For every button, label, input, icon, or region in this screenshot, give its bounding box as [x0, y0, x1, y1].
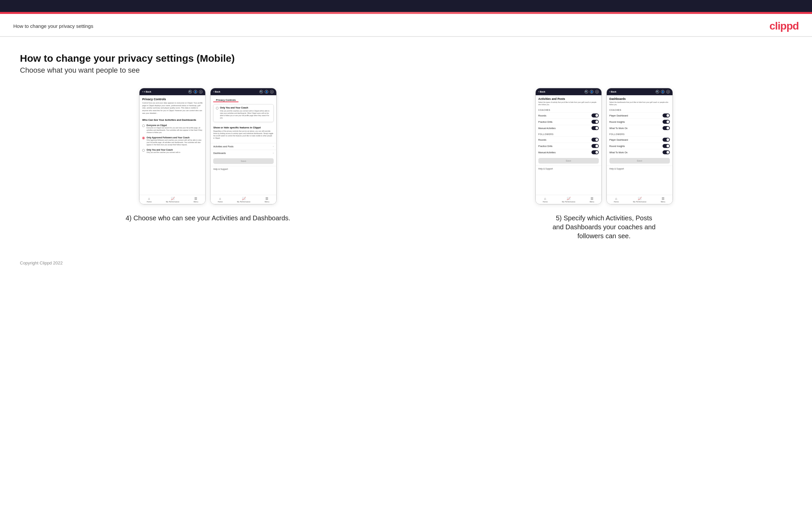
nav-performance-4[interactable]: 📈 My Performance [633, 197, 646, 203]
search-icon-4[interactable]: 🔍 [656, 90, 659, 94]
followers-row-insights-4: Round Insights [609, 143, 670, 149]
popup-radio[interactable] [216, 107, 218, 110]
mockup1-option2[interactable]: Only Approved Followers and Your Coach O… [140, 135, 205, 147]
toggle-followers-manual-3[interactable] [592, 150, 599, 154]
coaches-label-3: COACHES [538, 109, 599, 111]
nav-menu-4[interactable]: ☰ Menu [661, 197, 665, 203]
toggle-coaches-player-4[interactable] [663, 113, 670, 117]
show-hide-section: Show or hide specific features in Clippd… [211, 124, 276, 143]
followers-label-3: FOLLOWERS [538, 133, 599, 135]
search-icon[interactable]: 🔍 [188, 90, 192, 94]
mockup2-row-activities[interactable]: Activities and Posts › [211, 143, 276, 150]
people-icon-4[interactable]: 👤 [661, 90, 665, 94]
popup-desc: Only you and the coaches you connect wit… [220, 110, 271, 119]
nav-home-2[interactable]: ⌂ Home [218, 197, 223, 203]
mockup2-row-dashboards[interactable]: Dashboards › [211, 150, 276, 156]
home-icon-4: ⌂ [615, 197, 617, 201]
radio-approved[interactable] [142, 137, 145, 139]
mockup3-icons: 🔍 👤 ⚙ [585, 90, 599, 94]
mockup4-coaches: COACHES Player Dashboard Round Insights … [607, 108, 672, 132]
mockup1-pc-desc: Control how you and your data appears to… [140, 102, 205, 117]
mockup3-followers: FOLLOWERS Rounds Practice Drills Manual … [536, 132, 601, 156]
mockup3-back: ‹ Back [538, 90, 545, 93]
settings-icon-3[interactable]: ⚙ [595, 90, 599, 94]
toggle-coaches-work-4[interactable] [663, 126, 670, 130]
mockup4-back: ‹ Back [609, 90, 616, 93]
nav-home-3[interactable]: ⌂ Home [543, 197, 548, 203]
caption-4: 4) Choose who can see your Activities an… [125, 214, 290, 223]
people-icon-2[interactable]: 👤 [265, 90, 268, 94]
mockup4-help: Help & Support [607, 166, 672, 172]
mockup1-pc-title: Privacy Controls [140, 95, 205, 102]
radio-everyone[interactable] [142, 124, 145, 127]
mockup4-followers: FOLLOWERS Player Dashboard Round Insight… [607, 132, 672, 156]
popup-title: Only You and Your Coach [220, 107, 271, 109]
mockup2-save[interactable]: Save [213, 158, 274, 164]
followers-row-work-4: What To Work On [609, 149, 670, 155]
settings-icon-2[interactable]: ⚙ [270, 90, 274, 94]
mockup4-save[interactable]: Save [609, 158, 670, 164]
mockup3-nav: ⌂ Home 📈 My Performance ☰ Menu [536, 195, 601, 204]
footer: Copyright Clippd 2022 [0, 254, 812, 272]
coaches-row-insights-4: Round Insights [609, 118, 670, 125]
mockup1-icons: 🔍 👤 ⚙ [188, 90, 203, 94]
mockup-3: ‹ Back 🔍 👤 ⚙ Activities and Posts Select… [536, 88, 602, 205]
page-header: How to change your privacy settings clip… [0, 14, 812, 37]
mockup2-topbar: ‹ Back 🔍 👤 ⚙ [211, 88, 276, 95]
nav-performance-2[interactable]: 📈 My Performance [237, 197, 250, 203]
people-icon-3[interactable]: 👤 [590, 90, 594, 94]
page-subtitle: Choose what you want people to see [20, 66, 792, 75]
coaches-label-4: COACHES [609, 109, 670, 111]
nav-home-4[interactable]: ⌂ Home [614, 197, 619, 203]
mockup3-body: Activities and Posts Select the types of… [536, 95, 601, 195]
mockup2-tab[interactable]: Privacy Controls [213, 97, 239, 102]
toggle-followers-drills-3[interactable] [592, 144, 599, 148]
mockup3-topbar: ‹ Back 🔍 👤 ⚙ [536, 88, 601, 95]
toggle-coaches-drills-3[interactable] [592, 120, 599, 124]
toggle-coaches-rounds-3[interactable] [592, 113, 599, 117]
mockup4-title: Dashboards [607, 95, 672, 101]
mockup1-option3[interactable]: Only You and Your Coach Only you and the… [140, 147, 205, 155]
mockup2-nav: ⌂ Home 📈 My Performance ☰ Menu [211, 195, 276, 204]
people-icon[interactable]: 👤 [194, 90, 197, 94]
mockup4-body: Dashboards Select the dashboards that yo… [607, 95, 672, 195]
toggle-followers-player-4[interactable] [663, 138, 670, 142]
mockup4-icons: 🔍 👤 ⚙ [656, 90, 670, 94]
nav-performance-3[interactable]: 📈 My Performance [562, 197, 575, 203]
menu-icon-4: ☰ [662, 197, 665, 201]
followers-label-4: FOLLOWERS [609, 133, 670, 135]
settings-icon-4[interactable]: ⚙ [666, 90, 670, 94]
mockup3-save[interactable]: Save [538, 158, 599, 164]
mockup3-help: Help & Support [536, 166, 601, 172]
show-hide-title: Show or hide specific features in Clippd [213, 126, 274, 129]
toggle-followers-insights-4[interactable] [663, 144, 670, 148]
mockup3-coaches: COACHES Rounds Practice Drills Manual Ac… [536, 108, 601, 132]
search-icon-3[interactable]: 🔍 [585, 90, 588, 94]
toggle-coaches-insights-4[interactable] [663, 120, 670, 124]
toggle-followers-rounds-3[interactable] [592, 138, 599, 142]
nav-home-1[interactable]: ⌂ Home [147, 197, 152, 203]
chevron-dashboards: › [273, 152, 274, 155]
nav-menu-1[interactable]: ☰ Menu [194, 197, 198, 203]
mockup4-nav: ⌂ Home 📈 My Performance ☰ Menu [607, 195, 672, 204]
search-icon-2[interactable]: 🔍 [259, 90, 263, 94]
footer-text: Copyright Clippd 2022 [20, 261, 63, 266]
coaches-row-manual-3: Manual Activities [538, 125, 599, 131]
mockup1-back: ‹ < Back [142, 90, 151, 93]
main-content: How to change your privacy settings (Mob… [0, 37, 812, 254]
radio-youcoach[interactable] [142, 149, 145, 152]
mockup-4: ‹ Back 🔍 👤 ⚙ Dashboards Select the dashb… [606, 88, 673, 205]
toggle-followers-work-4[interactable] [663, 150, 670, 154]
coaches-row-player-4: Player Dashboard [609, 112, 670, 118]
coaches-row-work-4: What To Work On [609, 125, 670, 131]
mockup1-option1[interactable]: Everyone on Clippd Everyone on Clippd ca… [140, 123, 205, 135]
coaches-row-drills-3: Practice Drills [538, 118, 599, 125]
top-bar [0, 0, 812, 12]
nav-menu-3[interactable]: ☰ Menu [590, 197, 594, 203]
nav-menu-2[interactable]: ☰ Menu [265, 197, 269, 203]
toggle-coaches-manual-3[interactable] [592, 126, 599, 130]
chart-icon-4: 📈 [638, 197, 642, 201]
nav-performance-1[interactable]: 📈 My Performance [166, 197, 179, 203]
settings-icon[interactable]: ⚙ [199, 90, 203, 94]
page-title: How to change your privacy settings (Mob… [20, 53, 792, 64]
